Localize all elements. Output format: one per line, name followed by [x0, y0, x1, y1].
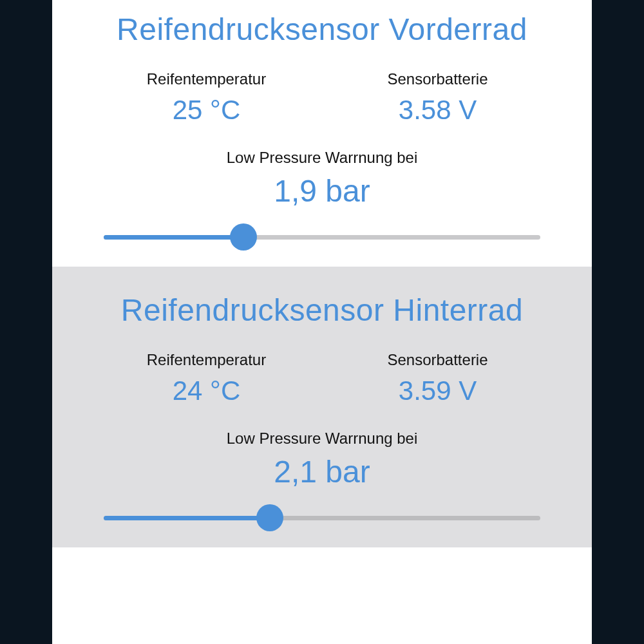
front-temperature-metric: Reifentemperatur 25 °C	[91, 70, 322, 126]
slider-thumb[interactable]	[230, 223, 257, 251]
rear-battery-value: 3.59 V	[322, 375, 553, 406]
rear-pressure-slider[interactable]	[104, 506, 540, 529]
front-warning-label: Low Pressure Warrnung bei	[52, 149, 592, 167]
front-battery-label: Sensorbatterie	[322, 70, 553, 88]
rear-warning-block: Low Pressure Warrnung bei 2,1 bar	[52, 430, 592, 529]
rear-battery-metric: Sensorbatterie 3.59 V	[322, 351, 553, 406]
front-battery-metric: Sensorbatterie 3.58 V	[322, 70, 553, 126]
rear-section-title: Reifendrucksensor Hinterrad	[52, 292, 592, 328]
sensor-settings-screen: Reifendrucksensor Vorderrad Reifentemper…	[52, 0, 592, 644]
front-slider-container	[52, 225, 592, 249]
rear-wheel-section: Reifendrucksensor Hinterrad Reifentemper…	[52, 267, 592, 547]
rear-warning-label: Low Pressure Warrnung bei	[52, 430, 592, 448]
slider-fill	[104, 235, 243, 240]
front-battery-value: 3.58 V	[322, 95, 553, 126]
rear-temperature-label: Reifentemperatur	[91, 351, 322, 369]
slider-fill	[104, 516, 270, 520]
front-section-title: Reifendrucksensor Vorderrad	[52, 12, 592, 47]
front-warning-value: 1,9 bar	[52, 173, 592, 209]
rear-metrics-row: Reifentemperatur 24 °C Sensorbatterie 3.…	[52, 351, 592, 406]
front-temperature-label: Reifentemperatur	[91, 70, 322, 88]
front-wheel-section: Reifendrucksensor Vorderrad Reifentemper…	[52, 0, 592, 267]
rear-slider-container	[52, 506, 592, 529]
rear-temperature-metric: Reifentemperatur 24 °C	[91, 351, 322, 406]
slider-thumb[interactable]	[256, 504, 283, 531]
rear-temperature-value: 24 °C	[91, 375, 322, 406]
front-pressure-slider[interactable]	[104, 225, 540, 249]
front-temperature-value: 25 °C	[91, 95, 322, 126]
rear-warning-value: 2,1 bar	[52, 454, 592, 489]
rear-battery-label: Sensorbatterie	[322, 351, 553, 369]
front-warning-block: Low Pressure Warrnung bei 1,9 bar	[52, 149, 592, 249]
front-metrics-row: Reifentemperatur 25 °C Sensorbatterie 3.…	[52, 70, 592, 126]
